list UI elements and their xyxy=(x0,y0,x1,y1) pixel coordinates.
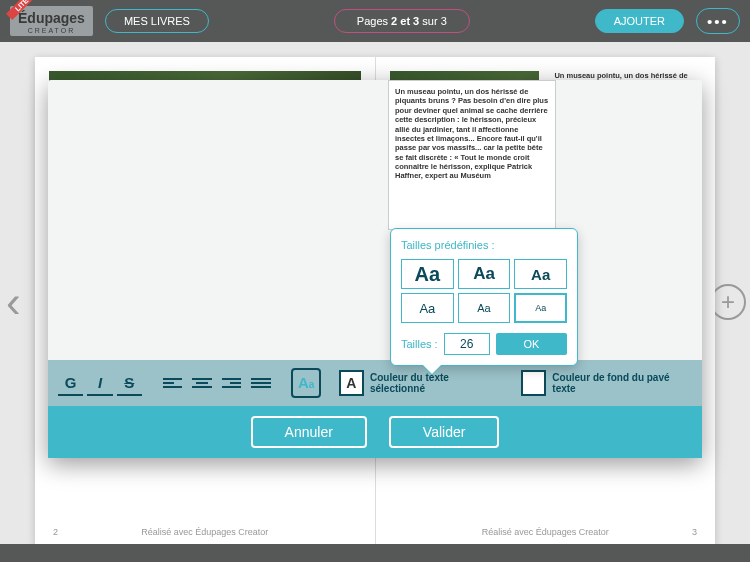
page-suffix: sur 3 xyxy=(419,15,447,27)
add-button[interactable]: AJOUTER xyxy=(595,9,684,33)
page-indicator: Pages 2 et 3 sur 3 xyxy=(334,9,470,33)
page-prefix: Pages xyxy=(357,15,391,27)
bg-color-label: Couleur de fond du pavé texte xyxy=(552,372,692,394)
validate-button[interactable]: Valider xyxy=(389,416,500,448)
text-color-label: Couleur du texte sélectionné xyxy=(370,372,503,394)
size-preset-2[interactable]: Aa xyxy=(458,259,511,289)
my-books-button[interactable]: MES LIVRES xyxy=(105,9,209,33)
logo-subtext: CREATOR xyxy=(18,27,85,34)
cancel-button[interactable]: Annuler xyxy=(251,416,367,448)
italic-button[interactable]: I xyxy=(87,370,112,396)
prev-page-arrow[interactable]: ‹ xyxy=(6,277,21,327)
size-preset-1[interactable]: Aa xyxy=(401,259,454,289)
size-preset-6[interactable]: Aa xyxy=(514,293,567,323)
add-page-icon[interactable]: + xyxy=(710,284,746,320)
logo-text: Édupages xyxy=(18,10,85,26)
size-grid: Aa Aa Aa Aa Aa Aa xyxy=(401,259,567,323)
page-current: 2 et 3 xyxy=(391,15,419,27)
modal-body: Un museau pointu, un dos hérissé de piqu… xyxy=(48,80,702,360)
format-toolbar: G I S Aa A Couleur du texte sélectionné … xyxy=(48,360,702,406)
text-color-button[interactable]: A xyxy=(339,370,364,396)
size-preset-4[interactable]: Aa xyxy=(401,293,454,323)
top-bar: LITE Édupages CREATOR MES LIVRES Pages 2… xyxy=(0,0,750,42)
popover-title: Tailles prédéfinies : xyxy=(401,239,567,251)
size-preset-5[interactable]: Aa xyxy=(458,293,511,323)
text-format-modal: Un museau pointu, un dos hérissé de piqu… xyxy=(48,80,702,458)
bottom-strip xyxy=(0,544,750,562)
align-right-button[interactable] xyxy=(219,370,244,396)
bg-color-button[interactable] xyxy=(521,370,546,396)
modal-actions: Annuler Valider xyxy=(48,406,702,458)
app-logo: LITE Édupages CREATOR xyxy=(10,6,93,36)
page-left-footer: Réalisé avec Édupages Creator xyxy=(35,527,375,537)
size-preset-3[interactable]: Aa xyxy=(514,259,567,289)
text-preview[interactable]: Un museau pointu, un dos hérissé de piqu… xyxy=(388,80,556,230)
align-left-button[interactable] xyxy=(160,370,185,396)
more-button[interactable]: ••• xyxy=(696,8,740,34)
size-input-row: Tailles : OK xyxy=(401,333,567,355)
size-popover: Tailles prédéfinies : Aa Aa Aa Aa Aa Aa … xyxy=(390,228,578,366)
size-label: Tailles : xyxy=(401,338,438,350)
font-size-button[interactable]: Aa xyxy=(291,368,320,398)
bold-button[interactable]: G xyxy=(58,370,83,396)
page-right-footer: Réalisé avec Édupages Creator xyxy=(376,527,716,537)
strike-button[interactable]: S xyxy=(117,370,142,396)
align-center-button[interactable] xyxy=(189,370,214,396)
size-ok-button[interactable]: OK xyxy=(496,333,567,355)
size-input[interactable] xyxy=(444,333,490,355)
align-justify-button[interactable] xyxy=(248,370,273,396)
